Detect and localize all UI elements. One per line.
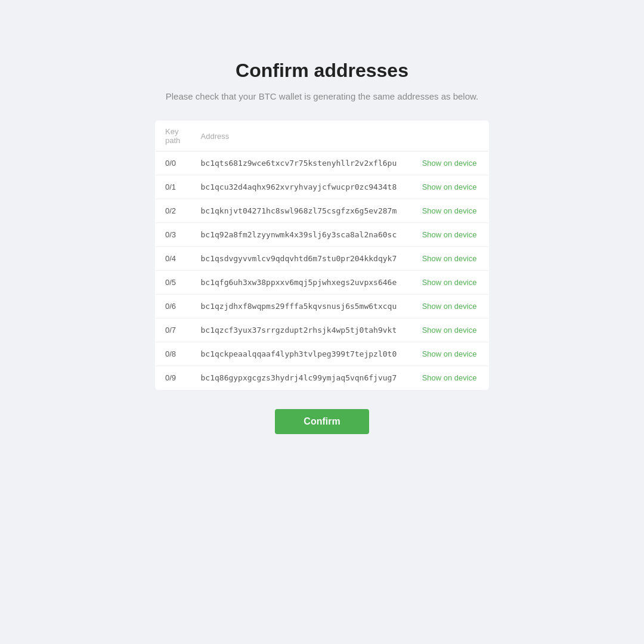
key-path-cell: 0/8 [156,342,191,366]
show-on-device-link[interactable]: Show on device [422,326,477,335]
page-subtitle: Please check that your BTC wallet is gen… [166,91,478,101]
address-cell: bc1qzcf3yux37srrgzdupt2rhsjk4wp5tj0tah9v… [191,318,413,342]
key-path-cell: 0/9 [156,366,191,390]
address-cell: bc1qts681z9wce6txcv7r75kstenyhllr2v2xfl6… [191,151,413,175]
table-row: 0/5bc1qfg6uh3xw38ppxxv6mqj5pjwhxegs2uvpx… [156,271,489,295]
show-on-device-link[interactable]: Show on device [422,373,477,382]
address-cell: bc1qzjdhxf8wqpms29fffa5kqvsnusj6s5mw6txc… [191,295,413,318]
show-on-device-link[interactable]: Show on device [422,206,477,215]
page-title: Confirm addresses [236,60,408,82]
key-path-cell: 0/4 [156,247,191,271]
table-row: 0/4bc1qsdvgyvvmlcv9qdqvhtd6m7stu0pr204kk… [156,247,489,271]
show-on-device-link[interactable]: Show on device [422,159,477,168]
key-path-cell: 0/2 [156,199,191,223]
show-on-device-link[interactable]: Show on device [422,230,477,239]
table-row: 0/3bc1q92a8fm2lzyynwmk4x39slj6y3sca8al2n… [156,223,489,247]
show-on-device-link[interactable]: Show on device [422,278,477,287]
key-path-cell: 0/7 [156,318,191,342]
table-row: 0/1bc1qcu32d4aqhx962xvryhvayjcfwucpr0zc9… [156,175,489,199]
key-path-cell: 0/3 [156,223,191,247]
confirm-button[interactable]: Confirm [275,409,369,434]
main-container: Confirm addresses Please check that your… [155,60,489,434]
address-cell: bc1qknjvt04271hc8swl968zl75csgfzx6g5ev28… [191,199,413,223]
address-cell: bc1qfg6uh3xw38ppxxv6mqj5pjwhxegs2uvpxs64… [191,271,413,295]
table-row: 0/6bc1qzjdhxf8wqpms29fffa5kqvsnusj6s5mw6… [156,295,489,318]
show-on-device-link[interactable]: Show on device [422,254,477,263]
table-row: 0/7bc1qzcf3yux37srrgzdupt2rhsjk4wp5tj0ta… [156,318,489,342]
show-on-device-link[interactable]: Show on device [422,302,477,311]
col-action [413,121,489,151]
table-header-row: Key path Address [156,121,489,151]
address-cell: bc1qsdvgyvvmlcv9qdqvhtd6m7stu0pr204kkdqy… [191,247,413,271]
table-row: 0/2bc1qknjvt04271hc8swl968zl75csgfzx6g5e… [156,199,489,223]
address-cell: bc1qckpeaalqqaaf4lyph3tvlpeg399t7tejpzl0… [191,342,413,366]
address-cell: bc1qcu32d4aqhx962xvryhvayjcfwucpr0zc9434… [191,175,413,199]
key-path-cell: 0/0 [156,151,191,175]
col-key-path: Key path [156,121,191,151]
address-table: Key path Address 0/0bc1qts681z9wce6txcv7… [155,120,489,390]
col-address: Address [191,121,413,151]
address-cell: bc1q92a8fm2lzyynwmk4x39slj6y3sca8al2na60… [191,223,413,247]
address-cell: bc1q86gypxgcgzs3hydrj4lc99ymjaq5vqn6fjvu… [191,366,413,390]
show-on-device-link[interactable]: Show on device [422,349,477,358]
key-path-cell: 0/5 [156,271,191,295]
table-row: 0/9bc1q86gypxgcgzs3hydrj4lc99ymjaq5vqn6f… [156,366,489,390]
table-row: 0/8bc1qckpeaalqqaaf4lyph3tvlpeg399t7tejp… [156,342,489,366]
key-path-cell: 0/6 [156,295,191,318]
table-row: 0/0bc1qts681z9wce6txcv7r75kstenyhllr2v2x… [156,151,489,175]
key-path-cell: 0/1 [156,175,191,199]
show-on-device-link[interactable]: Show on device [422,182,477,191]
